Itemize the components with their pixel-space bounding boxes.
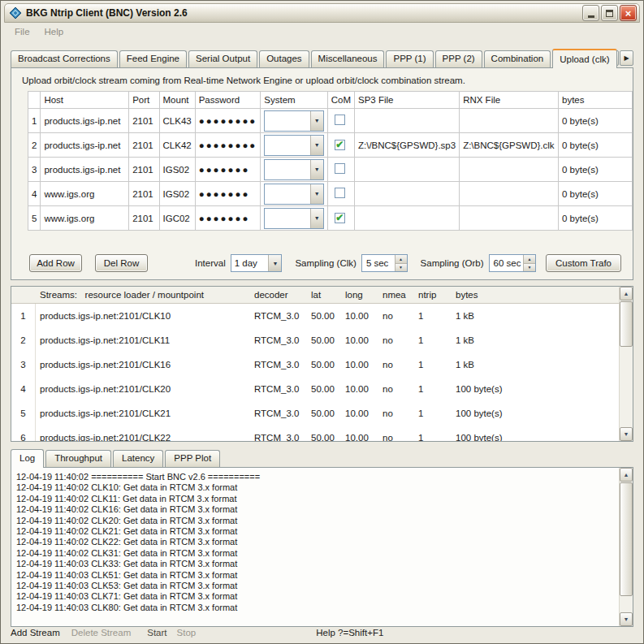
scroll-down-icon[interactable]: ▼	[620, 427, 633, 441]
system-value	[265, 209, 309, 228]
mount-cell[interactable]: IGS02	[159, 182, 195, 206]
system-combobox[interactable]: ▼	[264, 184, 323, 205]
spin-down-icon[interactable]: ▼	[524, 264, 535, 272]
com-checkbox[interactable]: ✔	[335, 140, 345, 150]
sp3-file-cell[interactable]	[354, 109, 459, 133]
scrollbar-thumb[interactable]	[620, 482, 633, 596]
chevron-down-icon[interactable]: ▼	[310, 136, 323, 155]
tab-feed-engine[interactable]: Feed Engine	[119, 50, 187, 67]
tab-upload-clk[interactable]: Upload (clk)	[552, 49, 616, 68]
sp3-file-cell[interactable]: Z:\/BNC${GPSWD}.sp3	[354, 133, 459, 158]
password-field[interactable]: ●●●●●●●●	[195, 109, 261, 133]
spin-down-icon[interactable]: ▼	[395, 264, 407, 272]
tab-serial-output[interactable]: Serial Output	[188, 50, 257, 67]
add-row-button[interactable]: Add Row	[29, 254, 82, 272]
system-combobox[interactable]: ▼	[264, 135, 323, 156]
port-cell[interactable]: 2101	[129, 109, 159, 133]
stream-bytes: 1 kB	[449, 335, 619, 345]
tab-ppp-plot[interactable]: PPP Plot	[165, 450, 220, 467]
port-cell[interactable]: 2101	[129, 206, 159, 231]
chevron-down-icon[interactable]: ▼	[310, 160, 323, 179]
sampling-orb-spinner[interactable]: 60 sec ▲ ▼	[489, 254, 536, 272]
tab-combination[interactable]: Combination	[484, 50, 551, 67]
interval-combobox[interactable]: 1 day ▼	[231, 254, 283, 272]
mount-cell[interactable]: CLK42	[159, 133, 195, 158]
menu-help[interactable]: Help	[37, 25, 71, 38]
com-checkbox[interactable]	[335, 188, 345, 198]
password-field[interactable]: ●●●●●●●●	[195, 133, 261, 158]
mount-cell[interactable]: CLK43	[159, 109, 195, 133]
log-output[interactable]: 12-04-19 11:40:02 ========== Start BNC v…	[11, 468, 619, 626]
close-button[interactable]: ×	[620, 5, 637, 21]
password-field[interactable]: ●●●●●●●	[195, 158, 261, 182]
tab-miscellaneous[interactable]: Miscellaneous	[311, 50, 385, 67]
stream-row[interactable]: 6products.igs-ip.net:2101/CLK22RTCM_3.05…	[11, 426, 619, 441]
rnx-file-cell[interactable]	[460, 109, 559, 133]
password-field[interactable]: ●●●●●●●	[195, 206, 261, 231]
tab-broadcast-corrections[interactable]: Broadcast Corrections	[11, 50, 118, 67]
stream-row[interactable]: 5products.igs-ip.net:2101/CLK21RTCM_3.05…	[11, 401, 619, 426]
com-checkbox[interactable]: ✔	[335, 213, 345, 223]
delete-stream-button[interactable]: Delete Stream	[71, 628, 132, 638]
password-field[interactable]: ●●●●●●●	[195, 182, 261, 206]
host-cell[interactable]: products.igs-ip.net	[41, 158, 129, 182]
stop-button[interactable]: Stop	[177, 628, 197, 638]
spin-up-icon[interactable]: ▲	[395, 255, 407, 264]
host-cell[interactable]: products.igs-ip.net	[41, 109, 129, 133]
sp3-file-cell[interactable]	[354, 158, 459, 182]
system-combobox[interactable]: ▼	[264, 208, 323, 229]
chevron-down-icon[interactable]: ▼	[310, 111, 323, 131]
tab-latency[interactable]: Latency	[113, 450, 163, 467]
custom-trafo-button[interactable]: Custom Trafo	[546, 254, 621, 272]
rnx-file-cell[interactable]	[460, 182, 559, 206]
host-cell[interactable]: www.igs.org	[41, 206, 129, 231]
spin-up-icon[interactable]: ▲	[524, 255, 535, 264]
chevron-down-icon[interactable]: ▼	[310, 184, 323, 204]
com-checkbox[interactable]	[335, 163, 345, 174]
titlebar[interactable]: BKG Ntrip Client (BNC) Version 2.6 ×	[4, 3, 640, 23]
port-cell[interactable]: 2101	[129, 133, 159, 158]
rnx-file-cell[interactable]: Z:\BNC${GPSWD}.clk	[460, 133, 559, 158]
rnx-file-cell[interactable]	[460, 206, 559, 231]
menu-file[interactable]: File	[7, 25, 37, 38]
port-cell[interactable]: 2101	[129, 182, 159, 206]
chevron-down-icon[interactable]: ▼	[268, 255, 281, 271]
del-row-button[interactable]: Del Row	[95, 254, 148, 272]
streams-scrollbar[interactable]: ▲ ▼	[619, 287, 633, 441]
host-cell[interactable]: products.igs-ip.net	[41, 133, 129, 158]
system-combobox[interactable]: ▼	[264, 159, 323, 180]
tab-throughput[interactable]: Throughput	[45, 450, 111, 467]
scroll-up-icon[interactable]: ▲	[620, 468, 633, 482]
scrollbar-track[interactable]	[620, 597, 633, 612]
scrollbar-thumb[interactable]	[620, 301, 633, 347]
scrollbar-track[interactable]	[620, 348, 633, 427]
start-button[interactable]: Start	[147, 628, 166, 638]
maximize-button[interactable]	[601, 5, 618, 21]
mount-cell[interactable]: IGC02	[159, 206, 195, 231]
port-cell[interactable]: 2101	[129, 158, 159, 182]
add-stream-button[interactable]: Add Stream	[11, 628, 60, 638]
sampling-clk-spinner[interactable]: 5 sec ▲ ▼	[361, 254, 408, 272]
sp3-file-cell[interactable]	[354, 182, 459, 206]
tab-scroll-right-button[interactable]: ▶	[620, 50, 633, 66]
streams-header-lat: lat	[308, 290, 342, 300]
rnx-file-cell[interactable]	[460, 158, 559, 182]
stream-row[interactable]: 1products.igs-ip.net:2101/CLK10RTCM_3.05…	[11, 304, 619, 328]
scroll-down-icon[interactable]: ▼	[620, 612, 633, 626]
tab-ppp-1[interactable]: PPP (1)	[386, 50, 433, 67]
com-checkbox[interactable]	[335, 115, 345, 125]
tab-log[interactable]: Log	[11, 449, 44, 468]
stream-row[interactable]: 2products.igs-ip.net:2101/CLK11RTCM_3.05…	[11, 328, 619, 352]
sp3-file-cell[interactable]	[354, 206, 459, 231]
system-combobox[interactable]: ▼	[264, 110, 323, 132]
scroll-up-icon[interactable]: ▲	[620, 287, 633, 300]
chevron-down-icon[interactable]: ▼	[310, 209, 323, 228]
mount-cell[interactable]: IGS02	[159, 158, 195, 182]
tab-ppp-2[interactable]: PPP (2)	[435, 50, 482, 67]
log-scrollbar[interactable]: ▲ ▼	[619, 468, 633, 626]
stream-row[interactable]: 3products.igs-ip.net:2101/CLK16RTCM_3.05…	[11, 352, 619, 377]
tab-outages[interactable]: Outages	[259, 50, 309, 67]
host-cell[interactable]: www.igs.org	[41, 182, 129, 206]
minimize-button[interactable]	[582, 5, 599, 21]
stream-row[interactable]: 4products.igs-ip.net:2101/CLK20RTCM_3.05…	[11, 377, 619, 401]
